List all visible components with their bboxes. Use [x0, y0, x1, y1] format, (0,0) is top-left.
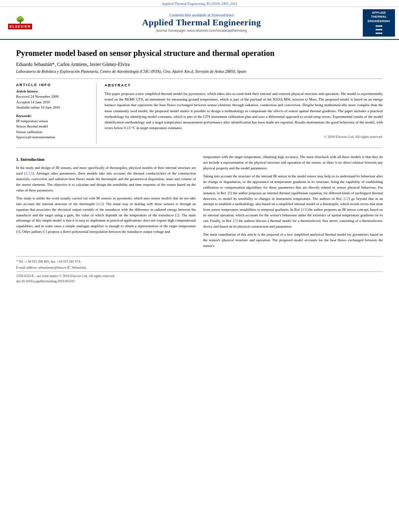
body-col1-para2: This study is unlike the work usually ca… [16, 196, 196, 235]
history-content: Received 24 November 2009 Accepted 14 Ju… [16, 94, 90, 111]
journal-homepage: journal homepage: www.elsevier.com/locat… [40, 29, 363, 33]
right-logo-extra: ■■■■■■■■■■■■ [364, 24, 394, 35]
ref-link-7[interactable]: 7 [234, 219, 237, 223]
available-date: Available online 19 June 2010 [16, 105, 90, 111]
doi-section: 1359-4311/$ – see front matter © 2010 El… [16, 271, 383, 284]
article-info: ARTICLE INFO Article history: Received 2… [16, 83, 97, 144]
authors: Eduardo Sebastián*, Carlos Armiens, Javi… [16, 62, 383, 68]
received-date: Received 24 November 2009 [16, 94, 90, 100]
ref-link-12[interactable]: 12 [345, 197, 349, 201]
keywords-label: Keywords: [16, 114, 90, 118]
keyword-1: IR temperature sensor [16, 119, 90, 124]
contents-label: Contents lists available at ScienceDirec… [169, 13, 234, 17]
elsevier-label: ELSEVIER [8, 24, 33, 29]
ref-link-2[interactable]: 2 [176, 213, 178, 217]
body-col-right: temperature with the target temperature,… [203, 154, 383, 251]
abstract-text: This paper proposes a new simplified the… [105, 91, 383, 131]
elsevier-logo: 🌳 ELSEVIER [4, 16, 36, 29]
elsevier-tree-icon: 🌳 [16, 16, 25, 24]
body-col-left: 1. Introduction In the study and design … [16, 154, 196, 251]
right-logo-line1: APPLIED [364, 11, 394, 15]
abstract-heading: ABSTRACT [105, 83, 383, 88]
citation-text: Applied Thermal Engineering 30 (2010) 24… [162, 2, 237, 6]
keyword-3: Sensor calibration [16, 129, 90, 135]
journal-center-block: Contents lists available at ScienceDirec… [40, 13, 363, 33]
affiliation: Laboratorio de Robótica y Exploración Pl… [16, 69, 383, 74]
doi-line: doi:10.1016/j.applthermaleng.2010.06.010 [16, 279, 383, 284]
copyright-line: © 2010 Elsevier Ltd. All rights reserved… [105, 134, 383, 140]
tel-line: * Tel.: +34 915 206 405; fax: +34 915 20… [16, 259, 383, 264]
email-line: E-mail address: sebastianue@inta.es (E. … [16, 265, 383, 270]
body-columns: 1. Introduction In the study and design … [16, 154, 383, 251]
ref-link-45[interactable]: 4,5 [98, 202, 102, 206]
body-col1-para1: In the study and design of IR sensors, a… [16, 165, 196, 193]
body-col2-para3: The main contribution of this article is… [203, 232, 383, 249]
ref-link-13[interactable]: 13 [302, 207, 306, 212]
ref-link-1[interactable]: 1 [44, 230, 46, 234]
sciencedirect-link[interactable]: Contents lists available at ScienceDirec… [40, 13, 363, 17]
journal-right-logo: APPLIED THERMAL ENGINEERING ■■■■■■■■■■■■ [363, 9, 395, 37]
right-logo-line3: ENGINEERING [364, 19, 394, 23]
right-logo-line2: THERMAL [364, 15, 394, 19]
keywords-list: IR temperature sensor Sensor thermal mod… [16, 119, 90, 140]
journal-title: Applied Thermal Engineering [40, 17, 363, 28]
body-col2-para1: temperature with the target temperature,… [203, 154, 383, 171]
accepted-date: Accepted 14 June 2010 [16, 100, 90, 105]
ref-link-235[interactable]: 2,3,5 [25, 171, 33, 175]
ref-link-6[interactable]: 6 [17, 230, 19, 234]
paper-title: Pyrometer model based on sensor physical… [16, 48, 383, 58]
issn-line: 1359-4311/$ – see front matter © 2010 El… [16, 273, 383, 279]
body-col2-para2: Taking into account the structure of the… [203, 174, 383, 230]
article-info-heading: ARTICLE INFO [16, 83, 90, 87]
ref-link-8[interactable]: 8 [229, 191, 231, 195]
paper-footer: * Tel.: +34 915 206 405; fax: +34 915 20… [16, 256, 383, 284]
history-label: Article history: [16, 89, 90, 93]
meta-abstract-section: ARTICLE INFO Article history: Received 2… [16, 78, 383, 148]
abstract-section: ABSTRACT This paper proposes a new simpl… [105, 83, 383, 144]
keyword-4: Spacecraft instrumentation [16, 135, 90, 140]
journal-header: 🌳 ELSEVIER Contents lists available at S… [0, 7, 399, 40]
keyword-2: Sensor thermal model [16, 124, 90, 129]
paper-content: Pyrometer model based on sensor physical… [0, 40, 399, 292]
citation-bar: Applied Thermal Engineering 30 (2010) 24… [0, 0, 399, 7]
section1-heading: 1. Introduction [16, 156, 196, 163]
